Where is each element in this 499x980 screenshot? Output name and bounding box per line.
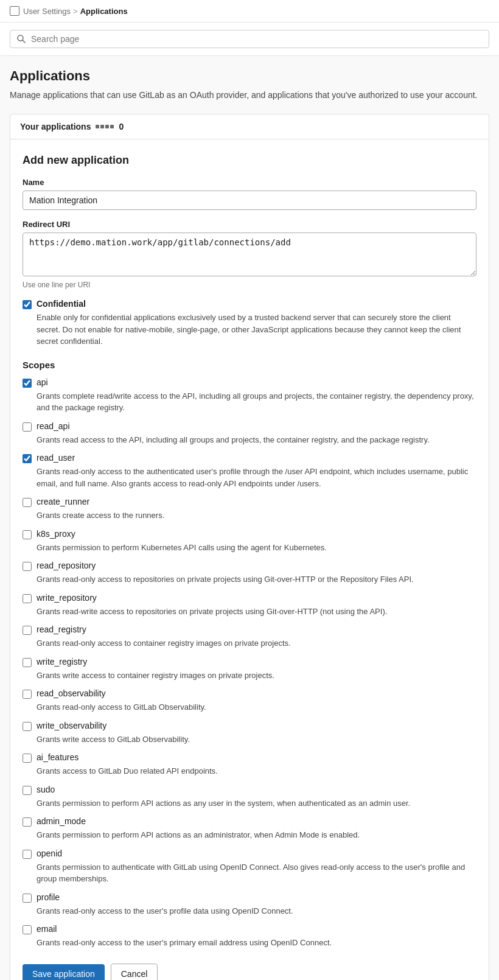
scope-label-read_observability: read_observability [37, 688, 106, 698]
scope-checkbox-read_repository[interactable] [23, 562, 32, 571]
scope-item-read_registry: read_registryGrants read-only access to … [23, 625, 476, 649]
scope-desc-profile: Grants read-only access to the user's pr… [37, 905, 476, 917]
scope-checkbox-row-read_user: read_user [23, 453, 476, 463]
scope-item-write_observability: write_observabilityGrants write access t… [23, 721, 476, 746]
scope-item-read_repository: read_repositoryGrants read-only access t… [23, 561, 476, 586]
redirect-uri-hint: Use one line per URI [23, 281, 476, 289]
form-title: Add new application [23, 154, 476, 167]
search-input[interactable] [31, 34, 483, 44]
breadcrumb-parent[interactable]: User Settings [23, 7, 71, 16]
search-bar-wrap [0, 23, 499, 56]
scope-checkbox-read_api[interactable] [23, 422, 32, 432]
scope-label-sudo: sudo [37, 785, 55, 794]
cancel-button[interactable]: Cancel [111, 964, 158, 981]
scope-checkbox-row-admin_mode: admin_mode [23, 816, 476, 827]
scope-checkbox-read_registry[interactable] [23, 626, 32, 635]
scope-checkbox-create_runner[interactable] [23, 498, 32, 507]
name-input[interactable] [23, 191, 476, 210]
scope-checkbox-ai_features[interactable] [23, 754, 32, 763]
scope-label-read_user: read_user [37, 453, 75, 463]
scope-desc-admin_mode: Grants permission to perform API actions… [37, 829, 476, 841]
scope-item-write_registry: write_registryGrants write access to con… [23, 657, 476, 682]
scope-label-read_repository: read_repository [37, 561, 96, 570]
scope-desc-email: Grants read-only access to the user's pr… [37, 937, 476, 949]
save-button[interactable]: Save application [23, 964, 105, 981]
scope-label-read_api: read_api [37, 421, 70, 431]
scope-checkbox-row-read_api: read_api [23, 421, 476, 432]
add-application-form: Add new application Name Redirect URI Us… [10, 139, 489, 980]
scope-checkbox-sudo[interactable] [23, 786, 32, 795]
scope-checkbox-row-ai_features: ai_features [23, 752, 476, 763]
redirect-uri-group: Redirect URI Use one line per URI [23, 220, 476, 289]
scope-checkbox-row-api: api [23, 377, 476, 388]
scope-checkbox-email[interactable] [23, 925, 32, 934]
confidential-section: Confidential Enable only for confidentia… [23, 299, 476, 348]
scope-label-openid: openid [37, 849, 62, 858]
scopes-list: apiGrants complete read/write access to … [23, 377, 476, 949]
scope-desc-k8s_proxy: Grants permission to perform Kubernetes … [37, 542, 476, 554]
scope-desc-read_user: Grants read-only access to the authentic… [37, 466, 476, 489]
scope-checkbox-write_observability[interactable] [23, 722, 32, 731]
scope-checkbox-row-read_observability: read_observability [23, 688, 476, 699]
redirect-uri-label: Redirect URI [23, 220, 476, 229]
your-apps-bar: Your applications 0 [10, 114, 489, 139]
scope-desc-ai_features: Grants access to GitLab Duo related API … [37, 765, 476, 777]
redirect-uri-input[interactable] [23, 233, 476, 276]
scope-label-read_registry: read_registry [37, 625, 86, 634]
scope-item-email: emailGrants read-only access to the user… [23, 924, 476, 949]
scope-label-write_repository: write_repository [37, 593, 97, 603]
scope-item-read_user: read_userGrants read-only access to the … [23, 453, 476, 489]
scope-label-admin_mode: admin_mode [37, 816, 86, 826]
scope-checkbox-row-sudo: sudo [23, 785, 476, 795]
scope-checkbox-api[interactable] [23, 379, 32, 388]
scope-label-email: email [37, 924, 57, 934]
scope-item-profile: profileGrants read-only access to the us… [23, 892, 476, 917]
breadcrumb-sep: > [73, 7, 78, 16]
scope-checkbox-read_observability[interactable] [23, 690, 32, 699]
scope-item-read_api: read_apiGrants read access to the API, i… [23, 421, 476, 446]
scope-checkbox-row-write_registry: write_registry [23, 657, 476, 667]
svg-line-1 [23, 40, 25, 43]
scope-label-ai_features: ai_features [37, 752, 79, 762]
search-bar [10, 30, 489, 48]
scope-checkbox-row-create_runner: create_runner [23, 497, 476, 507]
scope-desc-sudo: Grants permission to perform API actions… [37, 797, 476, 810]
sidebar-toggle-icon[interactable] [10, 6, 19, 16]
scope-desc-write_repository: Grants read-write access to repositories… [37, 606, 476, 618]
your-apps-label: Your applications [20, 122, 91, 131]
confidential-desc: Enable only for confidential application… [37, 312, 476, 348]
scope-checkbox-row-read_registry: read_registry [23, 625, 476, 635]
breadcrumb: User Settings > Applications [23, 7, 128, 16]
scope-item-k8s_proxy: k8s_proxyGrants permission to perform Ku… [23, 529, 476, 554]
scope-checkbox-row-openid: openid [23, 849, 476, 859]
scope-desc-write_observability: Grants write access to GitLab Observabil… [37, 733, 476, 746]
name-label: Name [23, 178, 476, 187]
confidential-label: Confidential [37, 299, 86, 309]
scope-checkbox-profile[interactable] [23, 894, 32, 903]
scope-item-admin_mode: admin_modeGrants permission to perform A… [23, 816, 476, 841]
scope-checkbox-row-profile: profile [23, 892, 476, 903]
scope-checkbox-openid[interactable] [23, 850, 32, 859]
scope-item-read_observability: read_observabilityGrants read-only acces… [23, 688, 476, 713]
scope-checkbox-row-read_repository: read_repository [23, 561, 476, 571]
page-title: Applications [10, 68, 489, 84]
scope-desc-write_registry: Grants write access to container registr… [37, 670, 476, 682]
scope-desc-read_api: Grants read access to the API, including… [37, 434, 476, 446]
scope-label-profile: profile [37, 892, 60, 902]
scopes-title: Scopes [23, 360, 476, 370]
scope-checkbox-admin_mode[interactable] [23, 817, 32, 827]
confidential-checkbox[interactable] [23, 300, 32, 309]
scope-item-ai_features: ai_featuresGrants access to GitLab Duo r… [23, 752, 476, 777]
scope-checkbox-row-k8s_proxy: k8s_proxy [23, 529, 476, 539]
scope-checkbox-read_user[interactable] [23, 454, 32, 463]
scope-item-create_runner: create_runnerGrants create access to the… [23, 497, 476, 522]
scope-label-write_observability: write_observability [37, 721, 106, 730]
scope-checkbox-row-email: email [23, 924, 476, 934]
scope-checkbox-k8s_proxy[interactable] [23, 530, 32, 539]
scope-label-write_registry: write_registry [37, 657, 87, 667]
scope-checkbox-write_repository[interactable] [23, 594, 32, 603]
scope-checkbox-write_registry[interactable] [23, 658, 32, 667]
scope-desc-api: Grants complete read/write access to the… [37, 390, 476, 414]
scope-desc-read_observability: Grants read-only access to GitLab Observ… [37, 701, 476, 713]
name-group: Name [23, 178, 476, 210]
